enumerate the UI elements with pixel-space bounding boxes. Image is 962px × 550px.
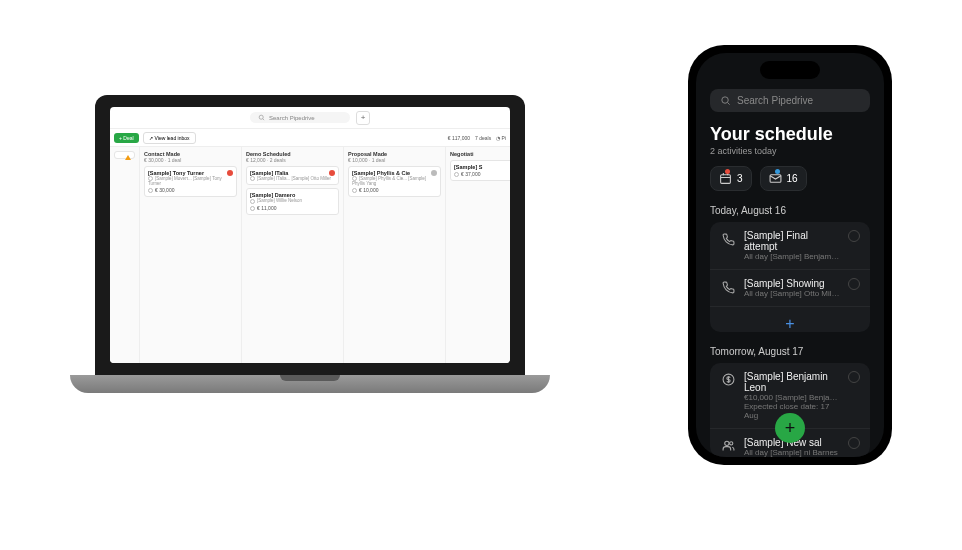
stat-pill[interactable]: 3	[710, 166, 752, 191]
card-subtitle: [Sample] Moveπ... [Sample] Tony Turner	[148, 176, 233, 186]
phone-device: Search Pipedrive Your schedule 2 activit…	[688, 45, 892, 465]
svg-point-0	[259, 115, 263, 119]
search-input[interactable]: Search Pipedrive	[250, 112, 350, 123]
top-bar: Search Pipedrive +	[110, 107, 510, 129]
stats-row: 316	[710, 166, 870, 191]
laptop-screen: Search Pipedrive + + Deal ↗ View lead in…	[95, 95, 525, 375]
dollar-icon	[720, 372, 736, 388]
svg-point-12	[729, 442, 732, 445]
pipeline-column: Proposal Made€ 10,000 · 1 deal[Sample] P…	[344, 147, 446, 363]
deal-button[interactable]: + Deal	[114, 133, 139, 143]
pipeline-column: Contact Made€ 30,000 · 1 deal[Sample] To…	[140, 147, 242, 363]
search-icon	[258, 114, 265, 121]
overdue-indicator-icon	[329, 170, 335, 176]
item-title: [Sample] Showing	[744, 278, 840, 289]
people-icon	[720, 438, 736, 454]
status-icon	[431, 170, 437, 176]
complete-radio[interactable]	[848, 230, 860, 242]
card-subtitle: [Sample] Phyllis & Cie... [Sample] Phyll…	[352, 176, 437, 186]
deal-card[interactable]: [Sample] Tony Turner[Sample] Moveπ... [S…	[144, 166, 237, 197]
pie-icon: ◔ Pi	[496, 135, 506, 141]
complete-radio[interactable]	[848, 371, 860, 383]
laptop-device: Search Pipedrive + + Deal ↗ View lead in…	[70, 95, 550, 393]
complete-radio[interactable]	[848, 437, 860, 449]
arrow-icon: ↗	[149, 135, 153, 141]
item-subtitle: All day [Sample] ni Barnes	[744, 448, 840, 457]
deal-card[interactable]	[114, 151, 135, 159]
deal-card[interactable]: [Sample] Phyllis & Cie[Sample] Phyllis &…	[348, 166, 441, 197]
stat-pill[interactable]: 16	[760, 166, 807, 191]
item-subtitle: €10,000 [Sample] Benjamin Leon	[744, 393, 840, 402]
overdue-indicator-icon	[227, 170, 233, 176]
column-header: Negotiati	[450, 151, 510, 157]
notification-dot-icon	[775, 169, 780, 174]
column-subheader: € 10,000 · 1 deal	[348, 157, 441, 163]
column-subheader: € 12,000 · 2 deals	[246, 157, 339, 163]
phone-icon	[720, 279, 736, 295]
item-subtitle: All day [Sample] Otto Miller [Sampl...	[744, 289, 840, 298]
add-button[interactable]: +	[356, 111, 370, 125]
search-icon	[720, 95, 731, 106]
svg-point-11	[724, 442, 728, 446]
svg-line-1	[263, 119, 264, 120]
card-amount: € 10,000	[352, 187, 437, 193]
tomorrow-label: Tomorrow, August 17	[710, 346, 870, 357]
summary-amount: € 117,000	[448, 135, 470, 141]
add-activity-button[interactable]: +	[710, 307, 870, 332]
svg-rect-4	[721, 175, 731, 184]
phone-icon	[720, 231, 736, 247]
search-placeholder: Search Pipedrive	[269, 115, 315, 121]
card-amount: € 37,000	[454, 171, 510, 177]
fab-add-button[interactable]: +	[775, 413, 805, 443]
stat-value: 3	[737, 173, 743, 184]
page-title: Your schedule	[710, 124, 870, 145]
pipeline-column	[110, 147, 140, 363]
pipeline-board: Contact Made€ 30,000 · 1 deal[Sample] To…	[110, 147, 510, 363]
pipeline-column: Demo Scheduled€ 12,000 · 2 deals[Sample]…	[242, 147, 344, 363]
svg-point-2	[722, 97, 728, 103]
column-subheader: € 30,000 · 1 deal	[144, 157, 237, 163]
pipeline-column: Negotiati[Sample] S€ 37,000	[446, 147, 510, 363]
card-subtitle: [Sample] Willie Nelson	[250, 198, 335, 203]
warning-icon	[125, 155, 131, 160]
today-label: Today, August 16	[710, 205, 870, 216]
schedule-item[interactable]: [Sample] ShowingAll day [Sample] Otto Mi…	[710, 270, 870, 307]
deal-card[interactable]: [Sample] S€ 37,000	[450, 160, 510, 181]
view-lead-inbox-button[interactable]: ↗ View lead inbox	[143, 132, 196, 144]
toolbar: + Deal ↗ View lead inbox € 117,000 7 dea…	[110, 129, 510, 147]
summary-deals: 7 deals	[475, 135, 491, 141]
phone-search-placeholder: Search Pipedrive	[737, 95, 813, 106]
card-subtitle: [Sample] ITalia... [Sample] Otto Miller	[250, 176, 335, 181]
card-amount: € 30,000	[148, 187, 233, 193]
deal-card[interactable]: [Sample] Damero[Sample] Willie Nelson€ 1…	[246, 188, 339, 214]
svg-line-3	[728, 103, 730, 105]
item-subtitle: All day [Sample] Benjamin Leon	[744, 252, 840, 261]
today-list: [Sample] Final attemptAll day [Sample] B…	[710, 222, 870, 332]
schedule-item[interactable]: [Sample] Final attemptAll day [Sample] B…	[710, 222, 870, 270]
calendar-icon	[719, 172, 732, 185]
complete-radio[interactable]	[848, 278, 860, 290]
item-title: [Sample] Final attempt	[744, 230, 840, 252]
laptop-base	[70, 375, 550, 393]
view-label: View lead inbox	[155, 135, 190, 141]
mail-icon	[769, 172, 782, 185]
deal-card[interactable]: [Sample] ITalia[Sample] ITalia... [Sampl…	[246, 166, 339, 185]
card-amount: € 11,000	[250, 205, 335, 211]
phone-search-input[interactable]: Search Pipedrive	[710, 89, 870, 112]
phone-notch	[760, 61, 820, 79]
item-title: [Sample] Benjamin Leon	[744, 371, 840, 393]
card-title: [Sample] S	[454, 164, 510, 170]
notification-dot-icon	[725, 169, 730, 174]
page-subtitle: 2 activities today	[710, 146, 870, 156]
stat-value: 16	[787, 173, 798, 184]
